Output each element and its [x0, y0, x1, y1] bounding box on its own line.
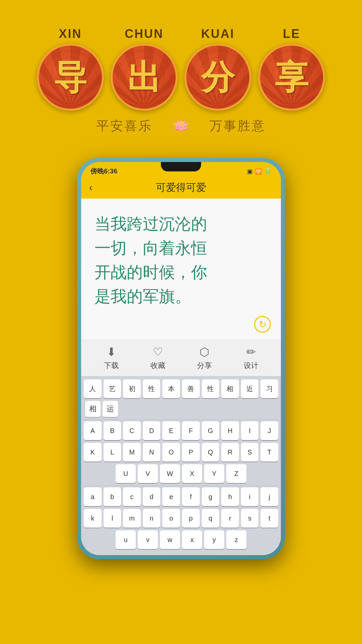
key-R[interactable]: R [221, 443, 239, 462]
key-b[interactable]: b [104, 487, 121, 506]
key-U[interactable]: U [116, 464, 136, 483]
char-circle-kuai[interactable]: 分 [184, 44, 251, 111]
key-e[interactable]: e [162, 487, 180, 506]
key-g[interactable]: g [202, 487, 220, 506]
toolbar-download[interactable]: ⬇ 下载 [104, 345, 119, 371]
key-d[interactable]: d [143, 487, 161, 506]
char-item-xin: XIN 导 [37, 27, 104, 111]
key-ben[interactable]: 本 [162, 379, 180, 398]
key-m[interactable]: m [123, 509, 141, 528]
key-xiang[interactable]: 相 [221, 379, 239, 398]
key-chu[interactable]: 初 [123, 379, 141, 398]
key-n[interactable]: n [143, 509, 161, 528]
chinese-char-chun: 出 [127, 60, 161, 94]
toolbar-design[interactable]: ✏ 设计 [244, 345, 258, 371]
key-L[interactable]: L [104, 443, 121, 462]
key-v2[interactable]: v [138, 530, 158, 549]
key-M[interactable]: M [123, 443, 141, 462]
key-I[interactable]: I [241, 421, 259, 440]
upper-row-2: K L M N O P Q R S T [84, 443, 278, 462]
bottom-text-row: 平安喜乐 🪷 万事胜意 [20, 117, 342, 135]
key-B[interactable]: B [104, 421, 121, 440]
key-xi[interactable]: 习 [260, 379, 278, 398]
key-l[interactable]: l [104, 509, 121, 528]
char-circle-chun[interactable]: 出 [111, 44, 178, 111]
key-p[interactable]: p [182, 509, 200, 528]
key-J[interactable]: J [260, 421, 278, 440]
key-shan[interactable]: 善 [182, 379, 200, 398]
favorite-icon: ♡ [153, 345, 163, 359]
key-i[interactable]: i [241, 487, 259, 506]
text-line2: 一切，向着永恒 [95, 239, 207, 257]
key-Z[interactable]: Z [226, 464, 246, 483]
cn-row-2: 相 运 [84, 401, 278, 417]
lower-row-2: k l m n o p q r s t [84, 509, 278, 528]
text-line4: 是我的军旗。 [95, 287, 191, 305]
key-y2[interactable]: y [204, 530, 224, 549]
key-K[interactable]: K [84, 443, 102, 462]
keyboard-area: 人 艺 初 性 本 善 性 相 近 习 相 运 [81, 376, 281, 555]
chinese-char-xin: 导 [54, 60, 87, 94]
key-r[interactable]: r [221, 509, 239, 528]
lower-row-1: a b c d e f g h i j [84, 487, 278, 506]
key-q[interactable]: q [202, 509, 220, 528]
key-ren[interactable]: 人 [84, 379, 102, 398]
key-z2[interactable]: z [226, 530, 246, 549]
phone-wrapper: 傍晚6:36 ▣ 🛜 🔋 ‹ 可爱得可爱 当我跨过沉沦的 [0, 158, 362, 573]
key-X[interactable]: X [182, 464, 202, 483]
divider-2 [84, 486, 278, 486]
key-Q[interactable]: Q [202, 443, 220, 462]
key-N[interactable]: N [143, 443, 161, 462]
back-button[interactable]: ‹ [89, 182, 93, 193]
share-label: 分享 [197, 361, 212, 371]
signal-icon: ▣ [247, 168, 253, 175]
key-H[interactable]: H [221, 421, 239, 440]
key-E[interactable]: E [162, 421, 180, 440]
key-jin[interactable]: 近 [241, 379, 259, 398]
content-area: 当我跨过沉沦的 一切，向着永恒 开战的时候，你 是我的军旗。 ↻ [81, 199, 281, 339]
key-o[interactable]: o [162, 509, 180, 528]
key-xing1[interactable]: 性 [143, 379, 161, 398]
key-f[interactable]: f [182, 487, 200, 506]
key-u2[interactable]: u [116, 530, 136, 549]
key-yun[interactable]: 运 [103, 401, 118, 417]
upper-row-3: U V W X Y Z [84, 464, 278, 483]
key-W[interactable]: W [160, 464, 180, 483]
key-xing2[interactable]: 性 [202, 379, 220, 398]
text-line1: 当我跨过沉沦的 [95, 215, 207, 233]
key-A[interactable]: A [84, 421, 102, 440]
key-T[interactable]: T [260, 443, 278, 462]
key-c[interactable]: c [123, 487, 141, 506]
char-circle-le[interactable]: 享 [258, 44, 325, 111]
refresh-button[interactable]: ↻ [254, 316, 271, 333]
key-O[interactable]: O [162, 443, 180, 462]
text-line3: 开战的时候，你 [95, 263, 207, 281]
char-item-kuai: KUAI 分 [184, 27, 251, 111]
key-C[interactable]: C [123, 421, 141, 440]
divider-1 [84, 420, 278, 420]
key-a[interactable]: a [84, 487, 102, 506]
key-V[interactable]: V [138, 464, 158, 483]
right-blessing: 万事胜意 [209, 117, 266, 135]
char-circle-xin[interactable]: 导 [37, 44, 104, 111]
key-t[interactable]: t [260, 509, 278, 528]
key-s[interactable]: s [241, 509, 259, 528]
key-yi[interactable]: 艺 [104, 379, 121, 398]
key-Y[interactable]: Y [204, 464, 224, 483]
toolbar-share[interactable]: ⬡ 分享 [197, 345, 212, 371]
key-P[interactable]: P [182, 443, 200, 462]
key-h[interactable]: h [221, 487, 239, 506]
toolbar-favorite[interactable]: ♡ 收藏 [150, 345, 165, 371]
key-S[interactable]: S [241, 443, 259, 462]
key-x2[interactable]: x [182, 530, 202, 549]
chinese-char-le: 享 [275, 60, 308, 94]
key-F[interactable]: F [182, 421, 200, 440]
key-j[interactable]: j [260, 487, 278, 506]
key-xiang2[interactable]: 相 [85, 401, 101, 417]
key-k[interactable]: k [84, 509, 102, 528]
key-G[interactable]: G [202, 421, 220, 440]
key-w2[interactable]: w [160, 530, 180, 549]
key-D[interactable]: D [143, 421, 161, 440]
char-item-chun: CHUN 出 [111, 27, 178, 111]
design-icon: ✏ [246, 345, 256, 359]
